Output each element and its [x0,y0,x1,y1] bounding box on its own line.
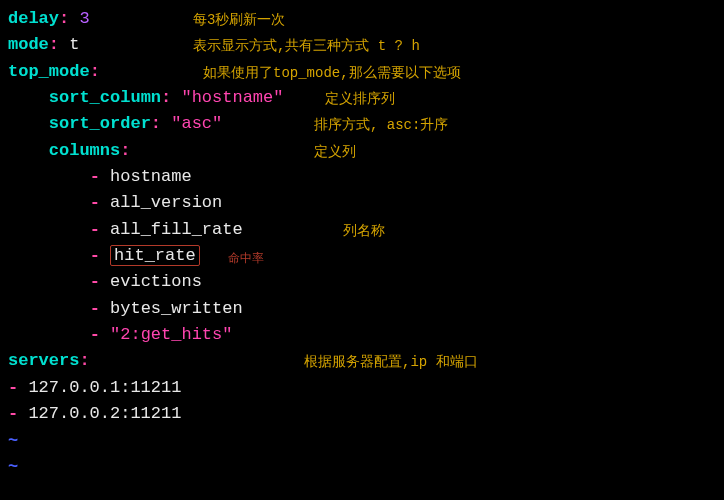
comment-mode: 表示显示方式,共有三种方式 t ? h [193,36,420,58]
comment-columns: 定义列 [314,142,356,164]
config-line-mode: mode: t表示显示方式,共有三种方式 t ? h [8,32,716,58]
dash-icon: - [90,246,100,265]
column-value: "2:get_hits" [110,325,232,344]
dash-icon: - [90,167,100,186]
tilde-icon: ~ [8,431,18,450]
column-item-4: - hit_rate命中率 [8,243,716,269]
value-mode: t [69,35,79,54]
key-topmode: top_mode [8,62,90,81]
key-sortorder: sort_order [49,114,151,133]
key-servers: servers [8,351,79,370]
config-line-sortorder: sort_order: "asc"排序方式, asc:升序 [8,111,716,137]
comment-sortcolumn: 定义排序列 [325,89,395,111]
colon: : [90,62,100,81]
config-line-topmode: top_mode:如果使用了top_mode,那么需要以下选项 [8,59,716,85]
comment-col3: 列名称 [343,221,385,243]
key-sortcolumn: sort_column [49,88,161,107]
column-item-5: - evictions [8,269,716,295]
server-item-1: - 127.0.0.1:11211 [8,375,716,401]
column-value-boxed: hit_rate [110,245,200,266]
colon: : [120,141,130,160]
column-item-3: - all_fill_rate列名称 [8,217,716,243]
dash-icon: - [90,272,100,291]
column-value: all_fill_rate [110,220,243,239]
column-value: hostname [110,167,192,186]
column-value: bytes_written [110,299,243,318]
config-line-delay: delay: 3每3秒刷新一次 [8,6,716,32]
dash-icon: - [90,325,100,344]
dash-icon: - [90,220,100,239]
server-value: 127.0.0.1:11211 [28,378,181,397]
dash-icon: - [90,299,100,318]
empty-line-tilde: ~ [8,428,716,454]
column-value: evictions [110,272,202,291]
column-item-1: - hostname [8,164,716,190]
comment-topmode: 如果使用了top_mode,那么需要以下选项 [203,63,461,85]
column-item-7: - "2:get_hits" [8,322,716,348]
column-value: all_version [110,193,222,212]
value-sortcolumn: "hostname" [181,88,283,107]
dash-icon: - [8,404,18,423]
colon: : [161,88,181,107]
comment-delay: 每3秒刷新一次 [193,10,285,32]
config-line-sortcolumn: sort_column: "hostname"定义排序列 [8,85,716,111]
comment-servers: 根据服务器配置,ip 和端口 [304,352,478,374]
key-delay: delay [8,9,59,28]
empty-line-tilde: ~ [8,454,716,480]
colon: : [49,35,69,54]
colon: : [79,351,89,370]
column-item-6: - bytes_written [8,296,716,322]
colon: : [151,114,171,133]
config-line-columns: columns:定义列 [8,138,716,164]
dash-icon: - [8,378,18,397]
config-line-servers: servers:根据服务器配置,ip 和端口 [8,348,716,374]
comment-sortorder: 排序方式, asc:升序 [314,115,448,137]
value-sortorder: "asc" [171,114,222,133]
comment-col4: 命中率 [228,250,264,269]
key-mode: mode [8,35,49,54]
tilde-icon: ~ [8,457,18,476]
value-delay: 3 [79,9,89,28]
server-item-2: - 127.0.0.2:11211 [8,401,716,427]
colon: : [59,9,79,28]
column-item-2: - all_version [8,190,716,216]
server-value: 127.0.0.2:11211 [28,404,181,423]
dash-icon: - [90,193,100,212]
key-columns: columns [49,141,120,160]
